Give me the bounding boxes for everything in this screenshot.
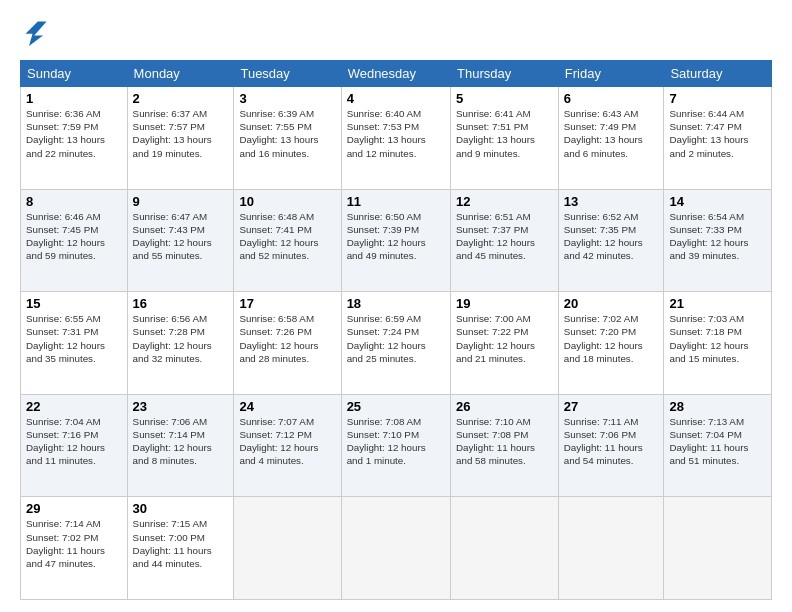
- column-header-saturday: Saturday: [664, 61, 772, 87]
- day-number: 1: [26, 91, 122, 106]
- calendar-table: SundayMondayTuesdayWednesdayThursdayFrid…: [20, 60, 772, 600]
- calendar-week-3: 15Sunrise: 6:55 AMSunset: 7:31 PMDayligh…: [21, 292, 772, 395]
- day-detail: Sunrise: 6:44 AMSunset: 7:47 PMDaylight:…: [669, 107, 766, 160]
- calendar-day: 22Sunrise: 7:04 AMSunset: 7:16 PMDayligh…: [21, 394, 128, 497]
- day-number: 19: [456, 296, 553, 311]
- day-number: 15: [26, 296, 122, 311]
- column-header-sunday: Sunday: [21, 61, 128, 87]
- day-number: 18: [347, 296, 445, 311]
- day-number: 2: [133, 91, 229, 106]
- column-header-tuesday: Tuesday: [234, 61, 341, 87]
- day-number: 26: [456, 399, 553, 414]
- calendar-day: 9Sunrise: 6:47 AMSunset: 7:43 PMDaylight…: [127, 189, 234, 292]
- calendar-day: 4Sunrise: 6:40 AMSunset: 7:53 PMDaylight…: [341, 87, 450, 190]
- day-detail: Sunrise: 7:11 AMSunset: 7:06 PMDaylight:…: [564, 415, 659, 468]
- day-number: 29: [26, 501, 122, 516]
- page-header: [20, 18, 772, 50]
- day-detail: Sunrise: 6:41 AMSunset: 7:51 PMDaylight:…: [456, 107, 553, 160]
- day-detail: Sunrise: 6:39 AMSunset: 7:55 PMDaylight:…: [239, 107, 335, 160]
- day-detail: Sunrise: 7:14 AMSunset: 7:02 PMDaylight:…: [26, 517, 122, 570]
- day-detail: Sunrise: 6:47 AMSunset: 7:43 PMDaylight:…: [133, 210, 229, 263]
- day-detail: Sunrise: 7:07 AMSunset: 7:12 PMDaylight:…: [239, 415, 335, 468]
- calendar-day: 13Sunrise: 6:52 AMSunset: 7:35 PMDayligh…: [558, 189, 664, 292]
- day-number: 8: [26, 194, 122, 209]
- calendar-day: 21Sunrise: 7:03 AMSunset: 7:18 PMDayligh…: [664, 292, 772, 395]
- calendar-day: 28Sunrise: 7:13 AMSunset: 7:04 PMDayligh…: [664, 394, 772, 497]
- calendar-day: [341, 497, 450, 600]
- calendar-day: [451, 497, 559, 600]
- day-detail: Sunrise: 6:46 AMSunset: 7:45 PMDaylight:…: [26, 210, 122, 263]
- day-number: 11: [347, 194, 445, 209]
- day-number: 5: [456, 91, 553, 106]
- calendar-day: 5Sunrise: 6:41 AMSunset: 7:51 PMDaylight…: [451, 87, 559, 190]
- calendar-day: 1Sunrise: 6:36 AMSunset: 7:59 PMDaylight…: [21, 87, 128, 190]
- calendar-day: 12Sunrise: 6:51 AMSunset: 7:37 PMDayligh…: [451, 189, 559, 292]
- logo: [20, 18, 50, 50]
- day-number: 20: [564, 296, 659, 311]
- day-detail: Sunrise: 7:06 AMSunset: 7:14 PMDaylight:…: [133, 415, 229, 468]
- day-detail: Sunrise: 6:50 AMSunset: 7:39 PMDaylight:…: [347, 210, 445, 263]
- day-number: 3: [239, 91, 335, 106]
- calendar-day: [234, 497, 341, 600]
- day-number: 21: [669, 296, 766, 311]
- column-header-friday: Friday: [558, 61, 664, 87]
- calendar-day: 2Sunrise: 6:37 AMSunset: 7:57 PMDaylight…: [127, 87, 234, 190]
- calendar-day: 8Sunrise: 6:46 AMSunset: 7:45 PMDaylight…: [21, 189, 128, 292]
- day-number: 25: [347, 399, 445, 414]
- day-number: 23: [133, 399, 229, 414]
- day-number: 7: [669, 91, 766, 106]
- day-detail: Sunrise: 6:58 AMSunset: 7:26 PMDaylight:…: [239, 312, 335, 365]
- day-detail: Sunrise: 7:10 AMSunset: 7:08 PMDaylight:…: [456, 415, 553, 468]
- calendar-day: 30Sunrise: 7:15 AMSunset: 7:00 PMDayligh…: [127, 497, 234, 600]
- calendar-day: 19Sunrise: 7:00 AMSunset: 7:22 PMDayligh…: [451, 292, 559, 395]
- calendar-day: 23Sunrise: 7:06 AMSunset: 7:14 PMDayligh…: [127, 394, 234, 497]
- calendar-day: 25Sunrise: 7:08 AMSunset: 7:10 PMDayligh…: [341, 394, 450, 497]
- calendar-week-1: 1Sunrise: 6:36 AMSunset: 7:59 PMDaylight…: [21, 87, 772, 190]
- day-detail: Sunrise: 7:02 AMSunset: 7:20 PMDaylight:…: [564, 312, 659, 365]
- day-detail: Sunrise: 6:54 AMSunset: 7:33 PMDaylight:…: [669, 210, 766, 263]
- calendar-day: 20Sunrise: 7:02 AMSunset: 7:20 PMDayligh…: [558, 292, 664, 395]
- day-number: 6: [564, 91, 659, 106]
- day-detail: Sunrise: 6:59 AMSunset: 7:24 PMDaylight:…: [347, 312, 445, 365]
- day-number: 22: [26, 399, 122, 414]
- day-number: 17: [239, 296, 335, 311]
- day-number: 27: [564, 399, 659, 414]
- calendar-day: 17Sunrise: 6:58 AMSunset: 7:26 PMDayligh…: [234, 292, 341, 395]
- calendar-day: 24Sunrise: 7:07 AMSunset: 7:12 PMDayligh…: [234, 394, 341, 497]
- day-detail: Sunrise: 6:51 AMSunset: 7:37 PMDaylight:…: [456, 210, 553, 263]
- day-number: 4: [347, 91, 445, 106]
- day-number: 24: [239, 399, 335, 414]
- calendar-day: 3Sunrise: 6:39 AMSunset: 7:55 PMDaylight…: [234, 87, 341, 190]
- svg-marker-0: [26, 22, 47, 47]
- calendar-day: 27Sunrise: 7:11 AMSunset: 7:06 PMDayligh…: [558, 394, 664, 497]
- day-number: 9: [133, 194, 229, 209]
- day-detail: Sunrise: 6:40 AMSunset: 7:53 PMDaylight:…: [347, 107, 445, 160]
- day-detail: Sunrise: 6:52 AMSunset: 7:35 PMDaylight:…: [564, 210, 659, 263]
- calendar-week-4: 22Sunrise: 7:04 AMSunset: 7:16 PMDayligh…: [21, 394, 772, 497]
- day-detail: Sunrise: 7:13 AMSunset: 7:04 PMDaylight:…: [669, 415, 766, 468]
- day-detail: Sunrise: 6:43 AMSunset: 7:49 PMDaylight:…: [564, 107, 659, 160]
- day-detail: Sunrise: 7:08 AMSunset: 7:10 PMDaylight:…: [347, 415, 445, 468]
- column-header-wednesday: Wednesday: [341, 61, 450, 87]
- day-detail: Sunrise: 6:37 AMSunset: 7:57 PMDaylight:…: [133, 107, 229, 160]
- calendar-day: 7Sunrise: 6:44 AMSunset: 7:47 PMDaylight…: [664, 87, 772, 190]
- day-detail: Sunrise: 6:56 AMSunset: 7:28 PMDaylight:…: [133, 312, 229, 365]
- calendar-week-5: 29Sunrise: 7:14 AMSunset: 7:02 PMDayligh…: [21, 497, 772, 600]
- day-number: 16: [133, 296, 229, 311]
- calendar-day: 11Sunrise: 6:50 AMSunset: 7:39 PMDayligh…: [341, 189, 450, 292]
- day-number: 30: [133, 501, 229, 516]
- calendar-day: 14Sunrise: 6:54 AMSunset: 7:33 PMDayligh…: [664, 189, 772, 292]
- day-detail: Sunrise: 6:48 AMSunset: 7:41 PMDaylight:…: [239, 210, 335, 263]
- day-detail: Sunrise: 7:00 AMSunset: 7:22 PMDaylight:…: [456, 312, 553, 365]
- calendar-day: [558, 497, 664, 600]
- calendar-header-row: SundayMondayTuesdayWednesdayThursdayFrid…: [21, 61, 772, 87]
- day-detail: Sunrise: 7:04 AMSunset: 7:16 PMDaylight:…: [26, 415, 122, 468]
- calendar-week-2: 8Sunrise: 6:46 AMSunset: 7:45 PMDaylight…: [21, 189, 772, 292]
- calendar-day: 16Sunrise: 6:56 AMSunset: 7:28 PMDayligh…: [127, 292, 234, 395]
- calendar-day: 6Sunrise: 6:43 AMSunset: 7:49 PMDaylight…: [558, 87, 664, 190]
- day-detail: Sunrise: 7:03 AMSunset: 7:18 PMDaylight:…: [669, 312, 766, 365]
- day-number: 10: [239, 194, 335, 209]
- column-header-thursday: Thursday: [451, 61, 559, 87]
- column-header-monday: Monday: [127, 61, 234, 87]
- day-number: 28: [669, 399, 766, 414]
